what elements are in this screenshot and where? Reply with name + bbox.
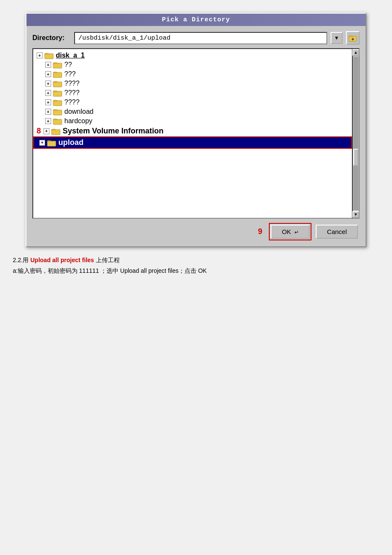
svg-rect-9	[53, 110, 62, 115]
svg-rect-11	[52, 130, 60, 135]
tree-item-qq[interactable]: + ??	[33, 60, 352, 69]
tree-item-download[interactable]: + download	[33, 107, 352, 116]
ok-number: 9	[258, 227, 262, 236]
ok-btn-wrapper: OK ↵	[269, 223, 311, 240]
tree-scrollbar[interactable]: ▲ ▼	[352, 48, 360, 219]
directory-label: Directory:	[32, 34, 71, 42]
tree-label-disk: disk_a_1	[56, 52, 85, 59]
expand-btn-download[interactable]: +	[45, 109, 51, 115]
tree-label-sysvolinfo: System Volume Information	[63, 127, 164, 136]
folder-icon-upload	[47, 139, 56, 147]
tree-label-hardcopy: hardcopy	[64, 117, 92, 125]
expand-btn-sysvolinfo[interactable]: +	[43, 128, 49, 134]
tree-main: + disk_a_1 +	[32, 48, 352, 219]
bottom-line2: a:输入密码，初始密码为 111111 ；选中 Upload all proje…	[13, 266, 379, 276]
expand-btn-qqqq1[interactable]: +	[45, 81, 51, 87]
folder-icon-qqqq1	[53, 80, 62, 87]
directory-input: /usbdisk/disk_a_1/upload	[74, 32, 327, 44]
svg-rect-12	[47, 141, 56, 146]
line1-highlight: Upload all project files	[30, 257, 95, 263]
scrollbar-track	[353, 57, 358, 210]
folder-icon-download	[53, 108, 62, 116]
dropdown-icon: ▼	[334, 35, 339, 41]
directory-row: Directory: /usbdisk/disk_a_1/upload ▼	[32, 31, 360, 45]
expand-btn-qqqq3[interactable]: +	[45, 99, 51, 105]
new-folder-button[interactable]	[346, 31, 360, 45]
tree-item-disk[interactable]: + disk_a_1	[33, 51, 352, 60]
scrollbar-down-button[interactable]: ▼	[352, 211, 359, 218]
line1-prefix: 2.2.用	[13, 257, 29, 263]
line1-suffix: 上传工程	[96, 257, 120, 263]
scrollbar-up-button[interactable]: ▲	[352, 49, 359, 56]
tree-label-upload: upload	[58, 138, 84, 147]
dialog-footer: 9 OK ↵ Cancel	[32, 223, 360, 240]
svg-rect-5	[53, 72, 62, 78]
expand-btn-qq[interactable]: +	[45, 62, 51, 68]
bottom-line1: 2.2.用 Upload all project files 上传工程	[13, 255, 379, 266]
ok-icon: ↵	[294, 229, 299, 235]
dropdown-button[interactable]: ▼	[331, 32, 343, 44]
tree-item-qqq[interactable]: + ???	[33, 69, 352, 79]
folder-icon-qq	[53, 61, 62, 69]
svg-rect-10	[53, 119, 62, 124]
ok-button[interactable]: OK ↵	[271, 225, 310, 239]
folder-icon-qqqq2	[53, 89, 62, 97]
svg-rect-8	[53, 101, 62, 106]
svg-rect-3	[45, 54, 53, 59]
folder-icon-disk	[44, 52, 54, 59]
dialog-wrapper: Pick a Directory Directory: /usbdisk/dis…	[26, 13, 366, 247]
expand-btn-upload[interactable]: +	[39, 140, 45, 146]
tree-scroll-inner: + disk_a_1 +	[33, 49, 352, 150]
cancel-button[interactable]: Cancel	[316, 225, 358, 239]
tree-item-hardcopy[interactable]: + hardcopy	[33, 116, 352, 126]
expand-btn-hardcopy[interactable]: +	[45, 118, 51, 124]
svg-rect-7	[53, 91, 62, 96]
tree-item-qqqq3[interactable]: + ????	[33, 98, 352, 107]
dialog-body: Directory: /usbdisk/disk_a_1/upload ▼	[26, 26, 366, 246]
tree-label-qqqq3: ????	[64, 98, 80, 106]
tree-container-outer: + disk_a_1 +	[32, 48, 360, 219]
expand-btn-qqq[interactable]: +	[45, 71, 51, 77]
new-folder-icon	[349, 34, 357, 42]
tree-label-qqq: ???	[64, 70, 76, 78]
tree-item-qqqq2[interactable]: + ????	[33, 88, 352, 98]
svg-rect-6	[53, 82, 62, 87]
expand-btn-disk[interactable]: +	[37, 52, 43, 58]
tree-label-qqqq1: ????	[64, 80, 80, 87]
svg-rect-4	[53, 63, 62, 68]
expand-btn-qqqq2[interactable]: +	[45, 90, 51, 96]
bottom-text: 2.2.用 Upload all project files 上传工程 a:输入…	[13, 255, 379, 276]
scrollbar-thumb[interactable]	[353, 149, 358, 166]
folder-icon-sysvolinfo	[51, 127, 61, 135]
dialog-titlebar: Pick a Directory	[26, 14, 366, 26]
folder-icon-qqq	[53, 70, 62, 78]
folder-icon-hardcopy	[53, 117, 62, 125]
row-number-8: 8	[37, 127, 41, 136]
dialog-title: Pick a Directory	[162, 16, 230, 23]
tree-item-qqqq1[interactable]: + ????	[33, 79, 352, 88]
tree-label-download: download	[64, 108, 94, 116]
tree-label-qq: ??	[64, 61, 72, 69]
tree-item-upload[interactable]: + upload	[33, 136, 352, 149]
line2-text: a:输入密码，初始密码为 111111 ；选中 Upload all proje…	[13, 267, 207, 274]
tree-label-qqqq2: ????	[64, 89, 80, 97]
folder-icon-qqqq3	[53, 98, 62, 106]
tree-item-sysvolinfo[interactable]: 8 + System Volume Information	[33, 126, 352, 136]
